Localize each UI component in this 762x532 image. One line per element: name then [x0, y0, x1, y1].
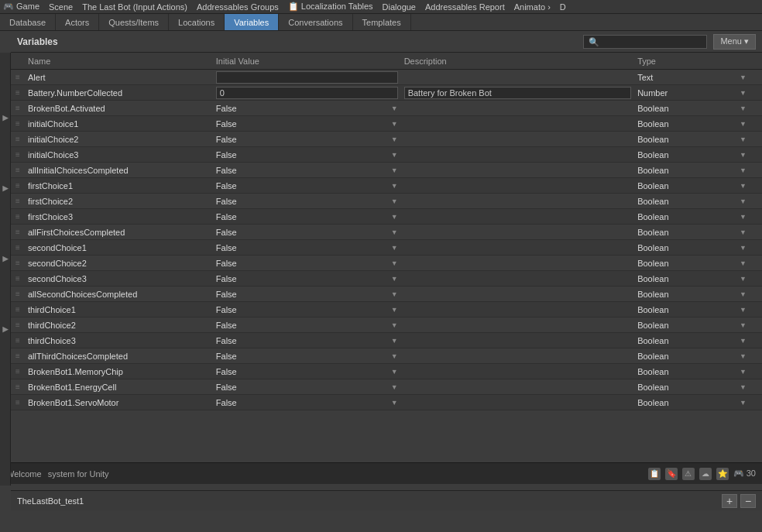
drag-handle[interactable]: ≡	[11, 197, 25, 205]
left-tab-2[interactable]: ◀	[1, 185, 9, 194]
menu-dropdown-button[interactable]: Menu ▾	[713, 34, 756, 50]
menu-lastbot[interactable]: The Last Bot (Input Actions)	[82, 2, 187, 12]
drag-handle[interactable]: ≡	[11, 321, 25, 329]
menu-scene[interactable]: Scene	[49, 2, 73, 12]
initial-value-dropdown[interactable]: ▼	[391, 182, 398, 190]
status-icon-4[interactable]: ☁	[699, 468, 712, 480]
tab-templates[interactable]: Templates	[353, 14, 411, 30]
remove-variable-button[interactable]: −	[740, 494, 756, 508]
type-dropdown[interactable]: ▼	[740, 182, 747, 190]
initial-value-dropdown[interactable]: ▼	[391, 337, 398, 345]
initial-value-dropdown[interactable]: ▼	[391, 120, 398, 128]
initial-value-input[interactable]	[216, 87, 398, 99]
type-dropdown[interactable]: ▼	[740, 89, 747, 97]
variable-name: BrokenBot1.ServoMotor	[25, 398, 213, 407]
tab-locations[interactable]: Locations	[169, 14, 225, 30]
status-icon-3[interactable]: ⚠	[682, 468, 695, 480]
drag-handle[interactable]: ≡	[11, 274, 25, 283]
search-input[interactable]	[583, 35, 707, 49]
drag-handle[interactable]: ≡	[11, 73, 25, 81]
type-dropdown[interactable]: ▼	[740, 290, 747, 298]
drag-handle[interactable]: ≡	[11, 150, 25, 159]
menu-localization[interactable]: 📋 Localization Tables	[288, 2, 373, 12]
initial-value-dropdown[interactable]: ▼	[391, 306, 398, 314]
drag-handle[interactable]: ≡	[11, 290, 25, 298]
add-variable-button[interactable]: +	[722, 494, 737, 508]
type-dropdown[interactable]: ▼	[740, 306, 747, 314]
type-dropdown[interactable]: ▼	[740, 368, 747, 376]
drag-handle[interactable]: ≡	[11, 166, 25, 174]
menu-addressables-groups[interactable]: Addressables Groups	[197, 2, 279, 12]
variable-name: secondChoice3	[25, 274, 213, 283]
initial-value-dropdown[interactable]: ▼	[391, 259, 398, 267]
drag-handle[interactable]: ≡	[11, 243, 25, 252]
status-icon-1[interactable]: 📋	[648, 468, 661, 480]
initial-value-dropdown[interactable]: ▼	[391, 275, 398, 283]
initial-value-dropdown[interactable]: ▼	[391, 290, 398, 298]
drag-handle[interactable]: ≡	[11, 336, 25, 345]
drag-handle[interactable]: ≡	[11, 398, 25, 407]
type-dropdown[interactable]: ▼	[740, 166, 747, 174]
initial-value-dropdown[interactable]: ▼	[391, 197, 398, 205]
initial-value-dropdown[interactable]: ▼	[391, 151, 398, 159]
type-dropdown[interactable]: ▼	[740, 213, 747, 221]
drag-handle[interactable]: ≡	[11, 259, 25, 267]
drag-handle[interactable]: ≡	[11, 104, 25, 112]
initial-value-dropdown[interactable]: ▼	[391, 136, 398, 143]
status-icon-2[interactable]: 🔖	[665, 468, 678, 480]
type-dropdown[interactable]: ▼	[740, 275, 747, 283]
initial-value-dropdown[interactable]: ▼	[391, 166, 398, 174]
left-tab-4[interactable]: ◀	[1, 326, 9, 335]
drag-handle[interactable]: ≡	[11, 228, 25, 236]
type-dropdown[interactable]: ▼	[740, 337, 747, 345]
type-dropdown[interactable]: ▼	[740, 197, 747, 205]
left-tab-3[interactable]: ◀	[1, 256, 9, 264]
initial-value-input[interactable]	[216, 71, 398, 84]
menu-animato[interactable]: Animato ›	[514, 2, 551, 12]
initial-value-dropdown[interactable]: ▼	[391, 228, 398, 236]
type-dropdown[interactable]: ▼	[740, 321, 747, 329]
type-dropdown[interactable]: ▼	[740, 228, 747, 236]
drag-handle[interactable]: ≡	[11, 367, 25, 376]
type-dropdown[interactable]: ▼	[740, 244, 747, 252]
initial-value-dropdown[interactable]: ▼	[391, 352, 398, 360]
initial-value-dropdown[interactable]: ▼	[391, 244, 398, 252]
type-dropdown[interactable]: ▼	[740, 383, 747, 391]
menu-addressables-report[interactable]: Addressables Report	[425, 2, 505, 12]
initial-value-dropdown[interactable]: ▼	[391, 213, 398, 221]
initial-value-dropdown[interactable]: ▼	[391, 321, 398, 329]
type-dropdown[interactable]: ▼	[740, 259, 747, 267]
type-dropdown[interactable]: ▼	[740, 120, 747, 128]
drag-handle[interactable]: ≡	[11, 352, 25, 360]
menu-game[interactable]: 🎮 Game	[3, 2, 39, 12]
tab-database[interactable]: Database	[0, 14, 56, 30]
drag-handle[interactable]: ≡	[11, 212, 25, 221]
type-dropdown[interactable]: ▼	[740, 74, 747, 81]
tab-actors[interactable]: Actors	[56, 14, 99, 30]
menu-dialogue[interactable]: Dialogue	[383, 2, 416, 12]
type-dropdown[interactable]: ▼	[740, 136, 747, 143]
drag-handle[interactable]: ≡	[11, 119, 25, 128]
left-tab-1[interactable]: ◀	[1, 115, 9, 123]
drag-handle[interactable]: ≡	[11, 181, 25, 190]
tab-conversations[interactable]: Conversations	[279, 14, 352, 30]
initial-value-dropdown[interactable]: ▼	[391, 383, 398, 391]
initial-value-dropdown[interactable]: ▼	[391, 368, 398, 376]
type-dropdown[interactable]: ▼	[740, 352, 747, 360]
menu-d[interactable]: D	[560, 2, 566, 12]
tab-variables[interactable]: Variables	[225, 14, 279, 30]
initial-value-dropdown[interactable]: ▼	[391, 105, 398, 112]
drag-handle[interactable]: ≡	[11, 383, 25, 391]
initial-value-dropdown[interactable]: ▼	[391, 399, 398, 407]
status-icon-5[interactable]: ⭐	[716, 468, 729, 480]
initial-value-cell: False▼	[213, 383, 401, 392]
variable-name: Battery.NumberCollected	[25, 88, 213, 98]
description-input[interactable]	[404, 87, 632, 99]
type-dropdown[interactable]: ▼	[740, 105, 747, 112]
drag-handle[interactable]: ≡	[11, 135, 25, 143]
drag-handle[interactable]: ≡	[11, 305, 25, 314]
drag-handle[interactable]: ≡	[11, 88, 25, 97]
tab-quests[interactable]: Quests/Items	[99, 14, 169, 30]
type-dropdown[interactable]: ▼	[740, 151, 747, 159]
type-dropdown[interactable]: ▼	[740, 399, 747, 407]
